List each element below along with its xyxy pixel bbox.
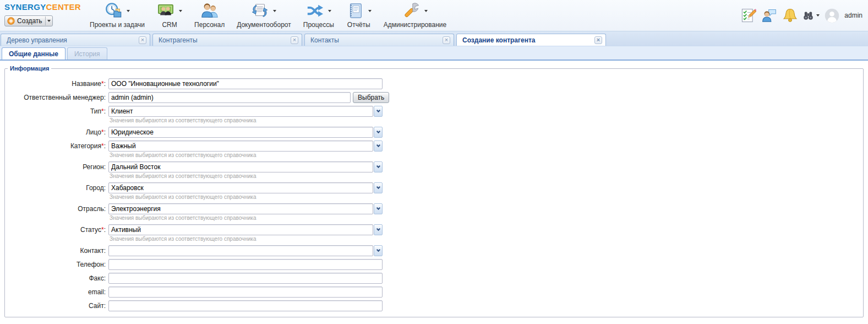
combo-trigger-icon[interactable] [374, 182, 383, 193]
field-row-site: Сайт*: [5, 300, 858, 311]
menu-people[interactable]: Персонал [194, 1, 225, 29]
tab-tree[interactable]: Дерево управления × [1, 34, 150, 46]
tab-contacts[interactable]: Контакты × [304, 34, 454, 46]
field-label: Контакт*: [5, 245, 108, 255]
field-row-manager: Ответственный менеджер*: Выбрать [5, 92, 858, 103]
chevron-down-icon [376, 129, 380, 133]
subtab-label: Общие данные [9, 50, 58, 58]
search-menu[interactable] [803, 10, 820, 21]
combo-field [108, 127, 383, 138]
field-label: Отрасль*: [5, 203, 108, 213]
subtab-strip: Общие данные История [0, 46, 868, 61]
field-row-fax: Факс*: [5, 273, 858, 284]
field-hint: Значения выбираются из соответствующего … [110, 194, 383, 201]
menu-process[interactable]: Процессы [303, 1, 334, 29]
app-header: SYNERGYCENTER Создать Проекты и задачи C… [0, 0, 868, 31]
menu-label: Персонал [194, 21, 225, 29]
field-city-input[interactable] [108, 182, 373, 193]
user-messages-icon[interactable] [761, 8, 777, 24]
field-industry-input[interactable] [108, 203, 373, 214]
subtab-history[interactable]: История [67, 47, 107, 60]
information-fieldset: Информация Название*: Ответственный мене… [4, 65, 864, 317]
tab-create-counterparty[interactable]: Создание контрагента × [456, 34, 606, 46]
menu-admin[interactable]: Администрирование [384, 1, 446, 29]
subtab-label: История [74, 50, 100, 58]
chevron-down-icon [127, 10, 130, 12]
field-row-status: Статус*: Значения выбираются из соответс… [5, 224, 858, 242]
close-icon[interactable]: × [291, 36, 298, 44]
menu-label: Процессы [303, 21, 334, 29]
field-hint: Значения выбираются из соответствующего … [110, 173, 383, 180]
username: admin [844, 12, 862, 19]
tab-counterparties[interactable]: Контрагенты × [152, 34, 302, 46]
tasks-checklist-icon[interactable] [740, 8, 756, 24]
field-row-person: Лицо*: [5, 127, 858, 138]
field-category-input[interactable] [108, 141, 373, 152]
chevron-down-icon[interactable] [47, 20, 51, 22]
field-row-category: Категория*: Значения выбираются из соотв… [5, 141, 858, 159]
logo-primary: SYNERGY [4, 2, 46, 12]
menu-label: Документооборот [237, 21, 291, 29]
field-label: Название*: [5, 78, 108, 88]
field-status-input[interactable] [108, 224, 373, 235]
field-name-input[interactable] [108, 78, 383, 89]
picker-field: Выбрать [108, 92, 389, 103]
wrench-icon [402, 2, 420, 20]
subtab-general[interactable]: Общие данные [2, 47, 65, 60]
combo-trigger-icon[interactable] [374, 245, 383, 256]
field-contact-input[interactable] [108, 245, 373, 256]
field-hint: Значения выбираются из соответствующего … [110, 152, 383, 159]
fieldset-legend: Информация [8, 65, 51, 72]
combo-trigger-icon[interactable] [374, 106, 383, 117]
split-divider [45, 17, 46, 25]
field-fax-input[interactable] [108, 273, 383, 284]
field-hint: Значения выбираются из соответствующего … [110, 117, 383, 124]
tab-label: Контакты [310, 36, 443, 44]
field-manager-input[interactable] [108, 92, 351, 103]
field-row-city: Город*: Значения выбираются из соответст… [5, 182, 858, 201]
field-label: Ответственный менеджер*: [5, 92, 108, 101]
combo-field [108, 224, 383, 235]
field-type-input[interactable] [108, 106, 373, 117]
chevron-down-icon [816, 14, 820, 17]
combo-field [108, 141, 383, 152]
workspace-tab-strip: Дерево управления × Контрагенты × Контак… [0, 31, 868, 46]
menu-label: Проекты и задачи [90, 21, 145, 29]
combo-field [108, 161, 383, 172]
plus-icon [7, 17, 15, 25]
menu-docs[interactable]: Документооборот [237, 1, 291, 29]
field-person-input[interactable] [108, 127, 373, 138]
field-site-input[interactable] [108, 300, 383, 311]
close-icon[interactable]: × [594, 36, 602, 44]
close-icon[interactable]: × [443, 36, 450, 44]
menu-projects[interactable]: Проекты и задачи [90, 1, 145, 29]
field-row-industry: Отрасль*: Значения выбираются из соответ… [5, 203, 858, 222]
chevron-down-icon [179, 10, 182, 12]
combo-trigger-icon[interactable] [374, 127, 383, 138]
chevron-down-icon [376, 143, 380, 147]
field-row-contact: Контакт*: [5, 245, 858, 256]
app-logo: SYNERGYCENTER [4, 2, 84, 12]
avatar[interactable] [825, 8, 839, 23]
search-binoculars-icon [803, 10, 814, 21]
two-people-icon [201, 2, 219, 20]
content-area: Информация Название*: Ответственный мене… [0, 61, 868, 317]
menu-crm[interactable]: CRM [157, 1, 182, 29]
create-button[interactable]: Создать [4, 15, 53, 26]
notifications-bell-icon[interactable] [782, 8, 798, 24]
close-icon[interactable]: × [139, 36, 146, 44]
combo-trigger-icon[interactable] [374, 224, 383, 235]
combo-trigger-icon[interactable] [374, 141, 383, 152]
banknote-people-icon [157, 2, 174, 20]
field-label: Факс*: [5, 273, 108, 282]
combo-trigger-icon[interactable] [374, 161, 383, 172]
field-email-input[interactable] [108, 287, 383, 298]
field-phone-input[interactable] [108, 259, 383, 270]
field-label: Сайт*: [5, 300, 108, 310]
combo-trigger-icon[interactable] [374, 203, 383, 214]
field-row-region: Регион*: Значения выбираются из соответс… [5, 161, 858, 180]
select-button[interactable]: Выбрать [353, 92, 389, 103]
menu-reports[interactable]: Отчёты [346, 1, 372, 29]
notebook-icon [346, 2, 364, 20]
field-region-input[interactable] [108, 161, 373, 172]
